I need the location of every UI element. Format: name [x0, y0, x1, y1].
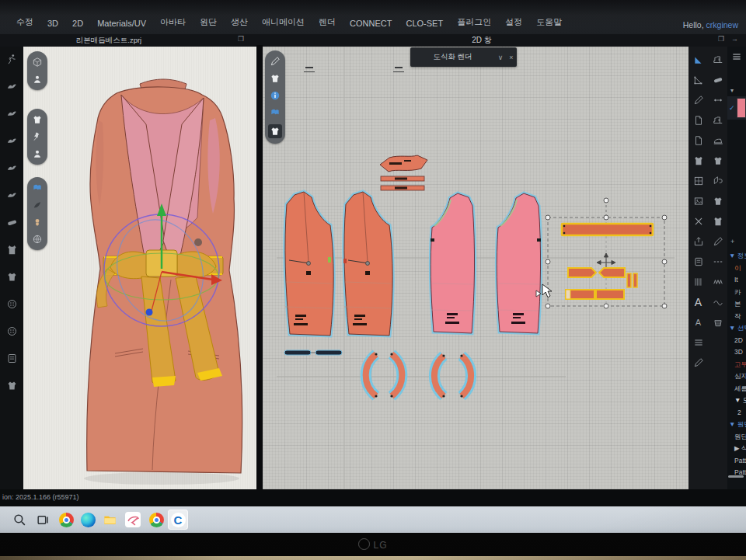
scissors-x-icon[interactable]: [689, 211, 707, 231]
restore-icon[interactable]: ❐: [718, 35, 724, 43]
menu-item-render[interactable]: 렌더: [312, 15, 343, 30]
sewing-machine-icon[interactable]: [709, 50, 727, 69]
shirt-icon[interactable]: [709, 191, 727, 210]
pose-icon[interactable]: [4, 189, 19, 201]
menu-item-3d[interactable]: 3D: [40, 17, 65, 30]
pattern-piece-back-1[interactable]: [431, 193, 475, 333]
username-link[interactable]: crkginew: [706, 20, 738, 30]
task-view-icon[interactable]: [33, 510, 53, 530]
search-icon[interactable]: [9, 510, 30, 530]
fabric-roll-icon[interactable]: [4, 216, 19, 228]
tree-section-schematic[interactable]: ▼ 도식: [727, 396, 746, 409]
file-explorer-icon[interactable]: [99, 510, 120, 530]
caret-down-icon[interactable]: ▾: [730, 87, 734, 94]
file-tab[interactable]: 리본매듭베스트.zprj: [54, 36, 163, 46]
menu-item-edit[interactable]: 수정: [9, 15, 40, 30]
pattern-piece-facings[interactable]: [366, 353, 471, 397]
wave-icon[interactable]: [709, 292, 727, 311]
grid-icon[interactable]: [689, 171, 707, 190]
pose-icon[interactable]: [4, 162, 19, 174]
paint-app-icon[interactable]: [123, 510, 143, 530]
menu-item-animation[interactable]: 애니메이션: [255, 15, 312, 30]
basket-icon[interactable]: [709, 312, 727, 332]
fabric-roll-icon[interactable]: [709, 70, 727, 89]
tree-section-selection[interactable]: ▼ 선택 선: [727, 324, 746, 336]
pattern-piece-belt-bottom[interactable]: [566, 290, 624, 299]
export-box-icon[interactable]: [689, 231, 707, 251]
menu-item-help[interactable]: 도움말: [529, 15, 569, 30]
garment-3d-dress[interactable]: [23, 47, 256, 489]
tree-item[interactable]: ▶ 식서: [727, 444, 746, 457]
shirt-icon[interactable]: [4, 270, 19, 283]
tree-item[interactable]: It: [727, 276, 746, 288]
width-arrows-icon[interactable]: [709, 90, 727, 110]
tree-item[interactable]: 본: [727, 300, 746, 312]
tree-item[interactable]: 3D: [727, 348, 746, 360]
menu-item-closet[interactable]: CLO-SET: [399, 17, 450, 30]
sewing-machine-icon[interactable]: [709, 110, 727, 130]
tree-item[interactable]: Patte: [727, 457, 746, 469]
zigzag-icon[interactable]: [709, 272, 727, 291]
panel-scrollbar[interactable]: [728, 475, 744, 478]
tree-section-fabric[interactable]: ▼ 원단: [727, 420, 746, 433]
menu-item-avatar[interactable]: 아바타: [153, 15, 193, 30]
brush-icon[interactable]: [689, 353, 707, 372]
garment-dark-icon[interactable]: [4, 379, 19, 391]
button-icon[interactable]: [4, 325, 19, 337]
pattern-piece-front-2[interactable]: [343, 192, 392, 336]
pose-icon[interactable]: [4, 134, 19, 147]
menu-item-materials-uv[interactable]: Materials/UV: [90, 17, 153, 30]
tree-item[interactable]: Patte: [727, 468, 746, 481]
menu-item-plugin[interactable]: 플러그인: [450, 15, 498, 30]
pattern-piece-belt-long[interactable]: [562, 224, 653, 235]
fabric-color-swatch[interactable]: [737, 98, 746, 118]
triangle-outline-icon[interactable]: [689, 70, 707, 89]
hamburger-icon[interactable]: [731, 51, 742, 62]
image-icon[interactable]: [689, 191, 707, 210]
notes-icon[interactable]: [4, 352, 19, 364]
tree-item[interactable]: 2D: [727, 336, 746, 349]
tree-item[interactable]: 심지: [727, 372, 746, 384]
gizmo-z-handle[interactable]: [146, 309, 153, 316]
tree-item[interactable]: 카: [727, 288, 746, 301]
menu-item-2d[interactable]: 2D: [65, 17, 90, 30]
pattern-piece-strip[interactable]: [381, 176, 424, 190]
shirt-icon[interactable]: [709, 151, 727, 170]
tree-item[interactable]: 2: [727, 409, 746, 421]
menu-item-settings[interactable]: 설정: [498, 15, 529, 30]
menu-item-connect[interactable]: CONNECT: [343, 17, 399, 30]
pattern-piece-collar[interactable]: [380, 155, 427, 172]
tree-section-info[interactable]: ▼ 정보: [727, 252, 746, 264]
window-2d[interactable]: 도식화 렌더 ∨ ×: [263, 47, 688, 489]
triangle-icon[interactable]: [689, 50, 707, 69]
clo-app-icon[interactable]: C: [168, 510, 188, 530]
tree-item[interactable]: 세름: [727, 384, 746, 397]
pattern-piece-front-1[interactable]: [285, 192, 333, 336]
dashed-line-icon[interactable]: [709, 252, 727, 271]
float-window-icon[interactable]: ❐: [238, 35, 244, 43]
chrome-icon[interactable]: [146, 510, 166, 530]
iron-icon[interactable]: [709, 130, 727, 150]
page-icon[interactable]: [689, 130, 707, 150]
letter-a-small-icon[interactable]: A: [689, 312, 707, 332]
pattern-piece-tabs[interactable]: [284, 350, 342, 355]
plus-icon[interactable]: +: [730, 238, 734, 245]
letter-a-large-icon[interactable]: A: [689, 292, 707, 311]
menu-item-production[interactable]: 생산: [224, 15, 255, 30]
tree-item[interactable]: 원단: [727, 433, 746, 445]
tree-item[interactable]: 이: [727, 264, 746, 277]
page-icon[interactable]: [689, 110, 707, 130]
hatch-lines-icon[interactable]: [689, 332, 707, 352]
ruler-lines-icon[interactable]: [689, 272, 707, 291]
pattern-piece-belt-mid[interactable]: [568, 268, 637, 287]
note-icon[interactable]: [689, 252, 707, 271]
fold-arrow-icon[interactable]: [709, 171, 727, 190]
tree-item[interactable]: 작: [727, 312, 746, 325]
arrow-icon[interactable]: →: [731, 35, 738, 43]
pattern-piece-back-2[interactable]: [497, 193, 541, 333]
button-icon[interactable]: [4, 297, 19, 310]
tree-item[interactable]: 고무: [727, 360, 746, 373]
edge-icon[interactable]: [78, 510, 98, 530]
needle-line-icon[interactable]: [709, 231, 727, 251]
pose-icon[interactable]: [4, 80, 19, 92]
